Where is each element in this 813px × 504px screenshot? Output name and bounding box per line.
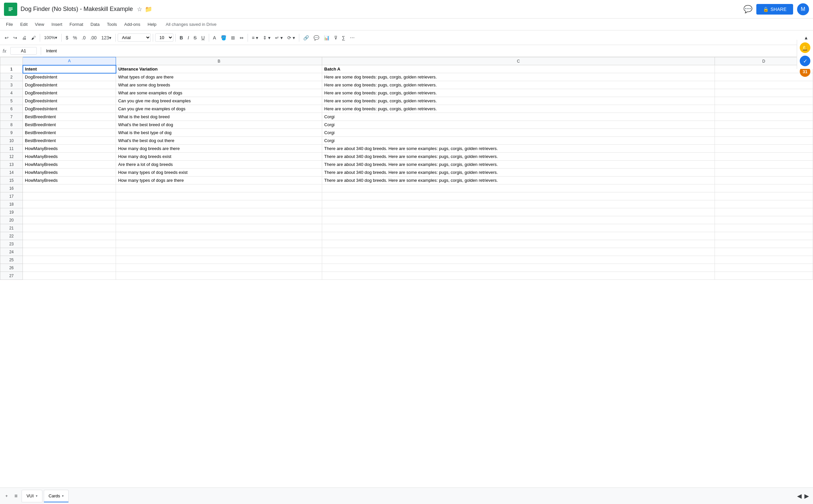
cell-c2[interactable]: Here are some dog breeds: pugs, corgis, … xyxy=(322,73,715,81)
tab-vui-dropdown[interactable]: ▾ xyxy=(36,494,37,498)
fill-color-button[interactable]: 🪣 xyxy=(219,34,229,42)
cell-b5[interactable]: Can you give me dog breed examples xyxy=(116,97,322,105)
cell-b9[interactable]: What is the best type of dog xyxy=(116,129,322,137)
tab-cards[interactable]: Cards ▾ xyxy=(44,490,69,502)
paint-format-button[interactable]: 🖌 xyxy=(29,34,38,42)
cell-c20[interactable] xyxy=(322,216,715,224)
cell-b7[interactable]: What is the best dog breed xyxy=(116,113,322,121)
formula-input[interactable] xyxy=(45,47,810,54)
cell-a13[interactable]: HowManyBreeds xyxy=(23,161,116,169)
cell-d25[interactable] xyxy=(715,256,813,264)
share-button[interactable]: 🔒 SHARE xyxy=(756,4,793,15)
cell-c14[interactable]: There are about 340 dog breeds. Here are… xyxy=(322,169,715,176)
cell-reference-box[interactable] xyxy=(10,47,37,55)
font-size-selector[interactable]: 10 xyxy=(155,33,173,42)
folder-icon[interactable]: 📁 xyxy=(145,6,152,13)
cell-a27[interactable] xyxy=(23,272,116,280)
menu-addons[interactable]: Add-ons xyxy=(121,21,143,28)
sheets-menu-button[interactable]: ≡ xyxy=(12,492,20,500)
cell-d18[interactable] xyxy=(715,200,813,208)
cell-c10[interactable]: Corgi xyxy=(322,137,715,145)
cell-c12[interactable]: There are about 340 dog breeds. Here are… xyxy=(322,153,715,161)
cell-b11[interactable]: How many dog breeds are there xyxy=(116,145,322,153)
cell-c13[interactable]: There are about 340 dog breeds. Here are… xyxy=(322,161,715,169)
strikethrough-button[interactable]: S xyxy=(191,34,198,42)
cell-c8[interactable]: Corgi xyxy=(322,121,715,129)
star-icon[interactable]: ☆ xyxy=(137,6,142,13)
menu-view[interactable]: View xyxy=(31,21,47,28)
cell-a14[interactable]: HowManyBreeds xyxy=(23,169,116,176)
cell-c6[interactable]: Here are some dog breeds: pugs, corgis, … xyxy=(322,105,715,113)
cell-a17[interactable] xyxy=(23,192,116,200)
cell-d9[interactable] xyxy=(715,129,813,137)
cell-a9[interactable]: BestBreedIntent xyxy=(23,129,116,137)
cell-b12[interactable]: How many dog breeds exist xyxy=(116,153,322,161)
print-button[interactable]: 🖨 xyxy=(20,34,28,42)
cell-a4[interactable]: DogBreedsIntent xyxy=(23,89,116,97)
underline-button[interactable]: U xyxy=(199,34,207,42)
comment-icon[interactable]: 💬 xyxy=(743,5,752,14)
undo-button[interactable]: ↩ xyxy=(3,34,11,42)
add-sheet-button[interactable]: + xyxy=(3,492,11,500)
cell-c15[interactable]: There are about 340 dog breeds. Here are… xyxy=(322,176,715,184)
comment-button[interactable]: 💬 xyxy=(312,34,321,42)
cell-b25[interactable] xyxy=(116,256,322,264)
cell-b16[interactable] xyxy=(116,184,322,192)
chart-button[interactable]: 📊 xyxy=(322,34,331,42)
cell-a18[interactable] xyxy=(23,200,116,208)
link-button[interactable]: 🔗 xyxy=(301,34,311,42)
cell-a12[interactable]: HowManyBreeds xyxy=(23,153,116,161)
cell-d24[interactable] xyxy=(715,248,813,256)
column-header-a[interactable]: A xyxy=(23,57,116,65)
menu-file[interactable]: File xyxy=(3,21,16,28)
cell-a25[interactable] xyxy=(23,256,116,264)
menu-edit[interactable]: Edit xyxy=(17,21,31,28)
more-formats-button[interactable]: 123 ▾ xyxy=(99,34,113,42)
cell-c1[interactable]: Batch A xyxy=(322,65,715,73)
font-selector[interactable]: Arial xyxy=(118,33,151,42)
cell-c19[interactable] xyxy=(322,208,715,216)
cell-d4[interactable] xyxy=(715,89,813,97)
redo-button[interactable]: ↪ xyxy=(11,34,19,42)
cell-c23[interactable] xyxy=(322,240,715,248)
cell-a2[interactable]: DogBreedsIntent xyxy=(23,73,116,81)
align-button[interactable]: ≡ ▾ xyxy=(250,34,260,42)
cell-a6[interactable]: DogBreedsIntent xyxy=(23,105,116,113)
cell-d17[interactable] xyxy=(715,192,813,200)
valign-button[interactable]: ⇕ ▾ xyxy=(261,34,273,42)
cell-c3[interactable]: Here are some dog breeds: pugs, corgis, … xyxy=(322,81,715,89)
cell-b2[interactable]: What types of dogs are there xyxy=(116,73,322,81)
cell-b24[interactable] xyxy=(116,248,322,256)
cell-c18[interactable] xyxy=(322,200,715,208)
cell-b26[interactable] xyxy=(116,264,322,272)
cell-d16[interactable] xyxy=(715,184,813,192)
cell-d7[interactable] xyxy=(715,113,813,121)
cell-b20[interactable] xyxy=(116,216,322,224)
cell-a7[interactable]: BestBreedIntent xyxy=(23,113,116,121)
cell-b14[interactable]: How many types of dog breeds exist xyxy=(116,169,322,176)
cell-c26[interactable] xyxy=(322,264,715,272)
bold-button[interactable]: B xyxy=(178,34,185,42)
cell-d26[interactable] xyxy=(715,264,813,272)
cell-a5[interactable]: DogBreedsIntent xyxy=(23,97,116,105)
cell-d3[interactable] xyxy=(715,81,813,89)
cell-a8[interactable]: BestBreedIntent xyxy=(23,121,116,129)
tab-cards-dropdown[interactable]: ▾ xyxy=(62,494,64,498)
cell-a15[interactable]: HowManyBreeds xyxy=(23,176,116,184)
cell-d5[interactable] xyxy=(715,97,813,105)
percent-button[interactable]: % xyxy=(71,34,79,42)
function-button[interactable]: ∑ xyxy=(340,34,347,42)
avatar[interactable]: M xyxy=(797,3,809,15)
cell-c16[interactable] xyxy=(322,184,715,192)
cell-b3[interactable]: What are some dog breeds xyxy=(116,81,322,89)
cell-b13[interactable]: Are there a lot of dog breeds xyxy=(116,161,322,169)
cell-a3[interactable]: DogBreedsIntent xyxy=(23,81,116,89)
cell-d19[interactable] xyxy=(715,208,813,216)
cell-a19[interactable] xyxy=(23,208,116,216)
zoom-selector[interactable]: 100% ▾ xyxy=(42,34,59,41)
menu-insert[interactable]: Insert xyxy=(48,21,66,28)
wrap-button[interactable]: ↵ ▾ xyxy=(273,34,285,42)
cell-a21[interactable] xyxy=(23,224,116,232)
cell-c5[interactable]: Here are some dog breeds: pugs, corgis, … xyxy=(322,97,715,105)
cell-c17[interactable] xyxy=(322,192,715,200)
